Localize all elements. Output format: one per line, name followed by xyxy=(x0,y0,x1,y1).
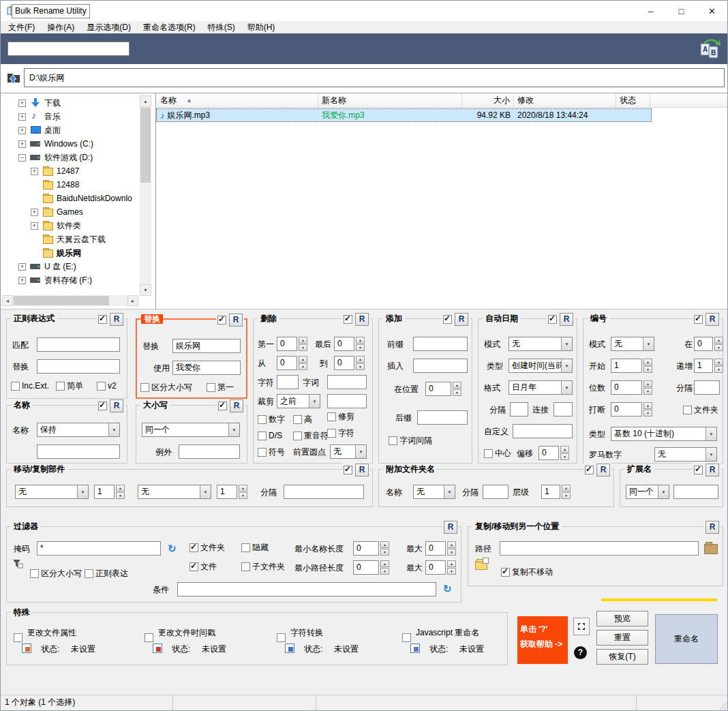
group-enabled-checkbox[interactable] xyxy=(585,466,594,474)
at-pos-spinner[interactable]: 0 xyxy=(425,382,461,396)
group-enabled-checkbox[interactable] xyxy=(694,315,703,324)
max-path-spinner[interactable]: 0 xyxy=(425,560,456,575)
name-mode-select[interactable]: 保持 xyxy=(37,423,120,437)
num-folder-checkbox[interactable] xyxy=(683,406,692,414)
num-incr-spinner[interactable]: 1 xyxy=(694,359,723,373)
reset-group-button[interactable]: R xyxy=(596,464,610,476)
scroll-down-icon[interactable]: ▼ xyxy=(140,284,151,296)
reset-group-button[interactable]: R xyxy=(560,313,573,326)
date-seg-input[interactable] xyxy=(553,402,573,417)
maximize-button[interactable]: □ xyxy=(666,1,697,21)
group-enabled-checkbox[interactable] xyxy=(218,402,227,410)
date-custom-input[interactable] xyxy=(513,424,573,438)
reset-group-button[interactable]: R xyxy=(110,313,123,326)
reset-group-button[interactable]: R xyxy=(355,313,369,326)
scrollbar-thumb[interactable] xyxy=(140,108,151,183)
date-format-select[interactable]: 日月年 xyxy=(509,380,573,395)
menu-item[interactable]: 帮助(H) xyxy=(241,21,282,33)
to-spinner[interactable]: 0 xyxy=(334,356,365,370)
reset-group-button[interactable]: R xyxy=(455,313,468,326)
tree-item[interactable]: +音乐 xyxy=(1,110,155,123)
expand-icon[interactable]: + xyxy=(18,277,26,284)
moveparts-sep-input[interactable] xyxy=(284,485,364,499)
column-header[interactable]: 修改 xyxy=(514,93,616,107)
chars-input[interactable] xyxy=(277,375,299,389)
extension-mode-select[interactable]: 同一个 xyxy=(626,485,669,499)
appendfolder-level-spinner[interactable]: 1 xyxy=(541,485,571,499)
min-name-spinner[interactable]: 0 xyxy=(353,541,389,556)
expand-icon[interactable]: + xyxy=(18,263,26,271)
table-row[interactable]: ♪娱乐网.mp3我爱你.mp394.92 KB2020/8/18 13:44:2… xyxy=(157,109,651,121)
roman-select[interactable]: 无 xyxy=(654,447,717,462)
inc-ext-checkbox[interactable] xyxy=(11,382,20,391)
column-header[interactable]: 新名称 xyxy=(318,93,462,107)
close-button[interactable]: ✕ xyxy=(697,1,727,21)
compact-mode-button[interactable] xyxy=(573,618,590,635)
tree-item[interactable]: +Games xyxy=(1,205,155,219)
tree-item[interactable]: BaiduNetdiskDownlo xyxy=(1,192,155,205)
reset-group-button[interactable]: R xyxy=(110,399,123,412)
tree-item[interactable]: 娱乐网 xyxy=(1,246,155,260)
words-input[interactable] xyxy=(327,375,367,389)
tree-horizontal-scrollbar[interactable]: ◄ ► xyxy=(2,295,138,306)
tree-item[interactable]: +下载 xyxy=(1,96,155,110)
min-path-spinner[interactable]: 0 xyxy=(353,560,389,575)
moveparts-from-spinner[interactable]: 1 xyxy=(94,485,125,499)
prefix-input[interactable] xyxy=(413,337,468,351)
expand-icon[interactable]: + xyxy=(18,140,26,148)
refresh-icon[interactable]: ↻ xyxy=(443,584,452,594)
ds-checkbox[interactable] xyxy=(258,432,267,440)
group-enabled-checkbox[interactable] xyxy=(548,315,557,324)
offset-spinner[interactable]: 0 xyxy=(539,446,569,460)
first-n-spinner[interactable]: 0 xyxy=(277,337,307,351)
group-enabled-checkbox[interactable] xyxy=(98,315,107,324)
filter-hidden-checkbox[interactable] xyxy=(241,543,250,552)
mask-input[interactable]: * xyxy=(37,541,161,556)
minimize-button[interactable]: – xyxy=(635,1,666,21)
expand-icon[interactable]: + xyxy=(18,113,26,121)
tree-item[interactable]: 天翼云盘下载 xyxy=(1,232,155,246)
reset-group-button[interactable]: R xyxy=(230,399,243,412)
crop-input[interactable] xyxy=(327,394,367,408)
filter-files-checkbox[interactable] xyxy=(189,562,198,571)
symbols-checkbox[interactable] xyxy=(258,448,267,457)
expand-icon[interactable]: + xyxy=(18,100,26,107)
expand-icon[interactable]: + xyxy=(31,222,38,230)
menu-item[interactable]: 显示选项(D) xyxy=(80,21,137,33)
tree-item[interactable]: +桌面 xyxy=(1,123,155,137)
with-input[interactable]: 我爱你 xyxy=(172,361,241,375)
group-enabled-checkbox[interactable] xyxy=(694,466,703,474)
path-input[interactable] xyxy=(24,68,725,87)
group-enabled-checkbox[interactable] xyxy=(98,402,107,410)
filter-regex-checkbox[interactable] xyxy=(85,569,93,578)
reset-button[interactable]: 重置 xyxy=(596,630,648,646)
special-checkbox[interactable] xyxy=(277,633,286,642)
copy-not-move-checkbox[interactable] xyxy=(501,568,510,577)
folder-up-icon[interactable] xyxy=(6,71,21,87)
date-mode-select[interactable]: 无 xyxy=(509,337,573,351)
chars-checkbox[interactable] xyxy=(327,429,336,438)
reset-group-button[interactable]: R xyxy=(444,521,457,534)
v2-checkbox[interactable] xyxy=(97,382,106,391)
rename-button[interactable]: 重命名 xyxy=(655,614,718,664)
find-input[interactable]: 娱乐网 xyxy=(172,339,241,353)
group-enabled-checkbox[interactable] xyxy=(217,316,226,324)
simple-checkbox[interactable] xyxy=(56,382,65,391)
tree-item[interactable]: +资料存储 (F:) xyxy=(1,273,155,287)
suffix-input[interactable] xyxy=(417,410,468,425)
match-case-checkbox[interactable] xyxy=(140,383,149,392)
copy-path-input[interactable] xyxy=(500,541,699,556)
tree-vertical-scrollbar[interactable]: ▲ ▼ xyxy=(140,95,151,296)
num-at-spinner[interactable]: 0 xyxy=(694,337,723,351)
column-header[interactable]: 名称▲ xyxy=(157,93,318,107)
max-name-spinner[interactable]: 0 xyxy=(425,541,456,556)
crop-select[interactable]: 之前 xyxy=(277,394,320,408)
tree-item[interactable]: +Windows (C:) xyxy=(1,137,155,151)
lead-dots-select[interactable]: 无 xyxy=(330,444,367,459)
num-mode-select[interactable]: 无 xyxy=(611,337,654,351)
scroll-up-icon[interactable]: ▲ xyxy=(140,95,151,107)
appendfolder-sep-input[interactable] xyxy=(483,485,509,499)
date-sep-input[interactable] xyxy=(510,402,528,417)
extension-input[interactable] xyxy=(673,485,718,499)
match-input[interactable] xyxy=(37,337,120,352)
